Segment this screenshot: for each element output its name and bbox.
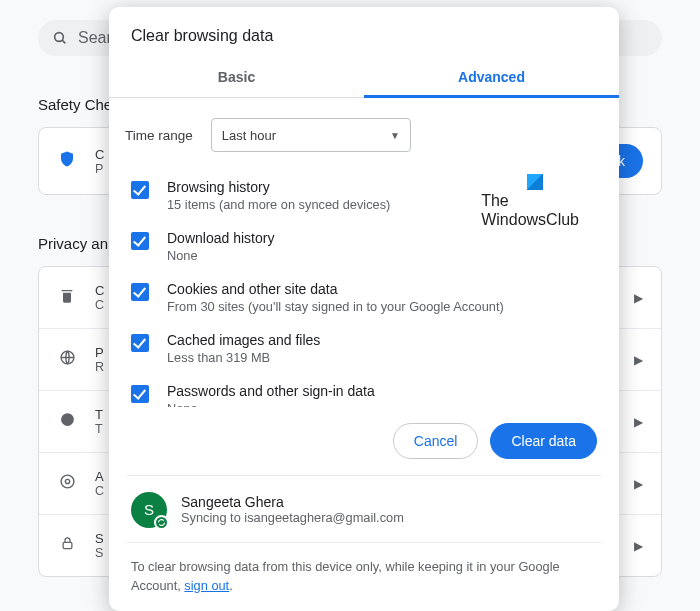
option-text: Cached images and files Less than 319 MB — [167, 332, 320, 365]
dialog-footer-note: To clear browsing data from this device … — [127, 542, 601, 611]
dialog-scroll-inner[interactable]: Time range Last hour ▼ Browsing history … — [109, 98, 619, 407]
chevron-down-icon: ▼ — [390, 130, 400, 141]
option-sub: None — [167, 401, 375, 407]
account-row: S Sangeeta Ghera Syncing to isangeetaghe… — [127, 475, 601, 542]
option-text: Cookies and other site data From 30 site… — [167, 281, 504, 314]
avatar-initial: S — [144, 501, 154, 518]
option-title: Cached images and files — [167, 332, 320, 348]
account-sub: Syncing to isangeetaghera@gmail.com — [181, 510, 404, 525]
tab-advanced[interactable]: Advanced — [364, 59, 619, 97]
option-browsing-history[interactable]: Browsing history 15 items (and more on s… — [125, 170, 603, 221]
option-title: Browsing history — [167, 179, 390, 195]
checkbox[interactable] — [131, 181, 149, 199]
dialog-actions: Cancel Clear data — [109, 407, 619, 475]
checkbox[interactable] — [131, 283, 149, 301]
option-passwords[interactable]: Passwords and other sign-in data None — [125, 374, 603, 407]
footer-text: . — [229, 578, 233, 593]
checkbox[interactable] — [131, 385, 149, 403]
checkbox[interactable] — [131, 334, 149, 352]
time-range-select[interactable]: Last hour ▼ — [211, 118, 411, 152]
option-text: Browsing history 15 items (and more on s… — [167, 179, 390, 212]
sync-badge-icon — [154, 515, 169, 530]
time-range-label: Time range — [125, 128, 193, 143]
option-cookies[interactable]: Cookies and other site data From 30 site… — [125, 272, 603, 323]
dialog-tabs: Basic Advanced — [109, 59, 619, 98]
checkbox[interactable] — [131, 232, 149, 250]
option-title: Passwords and other sign-in data — [167, 383, 375, 399]
option-title: Download history — [167, 230, 274, 246]
option-text: Download history None — [167, 230, 274, 263]
option-title: Cookies and other site data — [167, 281, 504, 297]
avatar: S — [131, 492, 167, 528]
clear-browsing-data-dialog: Clear browsing data Basic Advanced Time … — [109, 7, 619, 611]
option-download-history[interactable]: Download history None — [125, 221, 603, 272]
option-sub: From 30 sites (you'll stay signed in to … — [167, 299, 504, 314]
time-range-row: Time range Last hour ▼ — [125, 118, 603, 152]
tab-basic[interactable]: Basic — [109, 59, 364, 97]
option-text: Passwords and other sign-in data None — [167, 383, 375, 407]
time-range-value: Last hour — [222, 128, 276, 143]
option-sub: 15 items (and more on synced devices) — [167, 197, 390, 212]
account-text: Sangeeta Ghera Syncing to isangeetaghera… — [181, 494, 404, 525]
cancel-button[interactable]: Cancel — [393, 423, 479, 459]
clear-data-button[interactable]: Clear data — [490, 423, 597, 459]
dialog-scroll-area: Time range Last hour ▼ Browsing history … — [109, 98, 619, 407]
account-name: Sangeeta Ghera — [181, 494, 404, 510]
dialog-title: Clear browsing data — [109, 7, 619, 59]
option-sub: Less than 319 MB — [167, 350, 320, 365]
option-cached[interactable]: Cached images and files Less than 319 MB — [125, 323, 603, 374]
sign-out-link[interactable]: sign out — [184, 578, 229, 593]
option-sub: None — [167, 248, 274, 263]
